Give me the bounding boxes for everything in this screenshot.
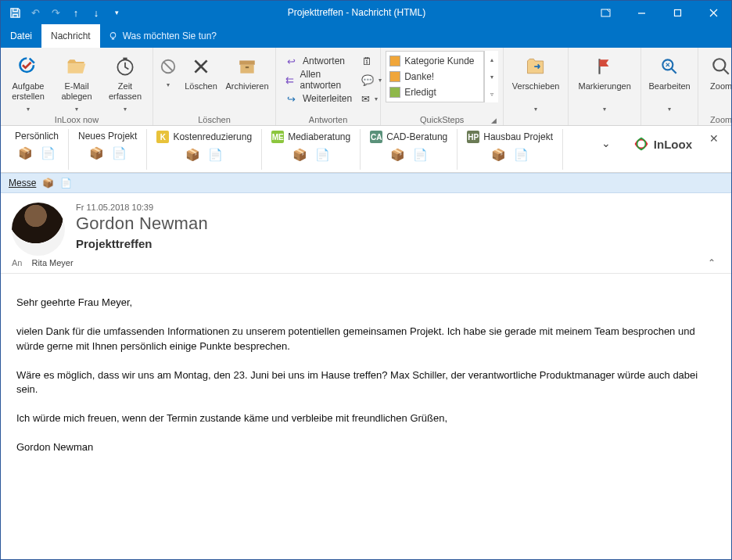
svg-rect-2 — [674, 9, 680, 16]
chevron-down-icon: ▾ — [167, 81, 170, 88]
archive-button[interactable]: Archivieren — [224, 51, 271, 103]
chevron-down-icon: ▾ — [534, 106, 537, 113]
box-icon[interactable]: 📦 — [292, 148, 307, 162]
page-icon[interactable]: 📄 — [208, 148, 223, 162]
project-bar-close[interactable]: ✕ — [702, 129, 727, 148]
project-personal[interactable]: Persönlich 📦📄 — [5, 129, 69, 170]
close-button[interactable] — [695, 1, 731, 24]
minimize-button[interactable] — [623, 1, 659, 24]
edit-icon — [657, 54, 682, 79]
edit-button[interactable]: Bearbeiten ▾ — [646, 51, 693, 113]
box-icon[interactable]: 📦 — [491, 148, 506, 162]
more-respond-button[interactable]: ✉▾ — [358, 90, 375, 107]
box-icon[interactable]: 📦 — [185, 148, 200, 162]
chevron-down-icon: ▾ — [27, 106, 30, 113]
reply-button[interactable]: ↩Antworten — [281, 52, 355, 70]
box-icon[interactable]: 📦 — [89, 146, 104, 160]
group-move: Verschieben ▾ — [504, 48, 569, 125]
category-swatch-icon — [389, 87, 400, 98]
tab-message[interactable]: Nachricht — [41, 24, 100, 48]
page-icon[interactable]: 📄 — [315, 148, 330, 162]
mail-header: Fr 11.05.2018 10:39 Gordon Newman Projek… — [1, 193, 731, 257]
quickstep-item[interactable]: Kategorie Kunde — [388, 53, 482, 69]
forward-button[interactable]: ↪Weiterleiten — [281, 90, 355, 107]
body-paragraph: Ich würde mich freuen, wenn der Termin z… — [16, 411, 716, 426]
page-icon[interactable]: 📄 — [60, 178, 72, 188]
qat-customize-icon[interactable]: ▾ — [107, 3, 126, 22]
mail-from: Gordon Newman — [76, 214, 720, 234]
project-new[interactable]: Neues Projekt 📦📄 — [69, 129, 147, 170]
meeting-reply-button[interactable]: 🗓 — [358, 52, 375, 70]
move-folder-icon — [523, 54, 548, 79]
delete-icon — [188, 54, 214, 79]
tab-file[interactable]: Datei — [1, 24, 41, 48]
quicksteps-gallery[interactable]: Kategorie Kunde Danke! Erledigt — [386, 51, 484, 102]
save-icon[interactable] — [5, 3, 24, 22]
tell-me[interactable]: Was möchten Sie tun? — [100, 31, 224, 41]
chevron-down-icon: ⌄ — [601, 137, 611, 149]
mail-to-row: An Rita Meyer ⌃ — [1, 257, 731, 274]
reply-icon: ↩ — [284, 54, 298, 68]
project-badge: CA — [370, 131, 382, 143]
body-paragraph: Wäre es möglich, dass wir uns am Montag,… — [16, 368, 716, 398]
next-icon[interactable]: ↓ — [87, 3, 106, 22]
chat-icon: 💬 — [361, 73, 374, 87]
project-badge: HP — [467, 131, 479, 143]
project-item[interactable]: MEMediaberatung 📦📄 — [262, 129, 361, 170]
ribbon-display-icon[interactable] — [587, 1, 623, 24]
zoom-button[interactable]: Zoom — [703, 51, 732, 103]
quickstep-item[interactable]: Erledigt — [388, 84, 482, 100]
category-swatch-icon — [389, 71, 400, 82]
tags-button[interactable]: Markierungen ▾ — [573, 51, 636, 113]
undo-icon[interactable]: ↶ — [26, 3, 45, 22]
messe-link[interactable]: Messe — [9, 178, 36, 188]
page-icon[interactable]: 📄 — [112, 146, 127, 160]
group-zoom: Zoom Zoom — [698, 48, 732, 125]
svg-rect-5 — [123, 58, 127, 60]
category-swatch-icon — [389, 56, 400, 66]
svg-rect-7 — [239, 60, 255, 64]
chevron-down-icon: ▾ — [124, 106, 127, 113]
reply-all-button[interactable]: ⇇Allen antworten — [281, 71, 355, 88]
previous-icon[interactable]: ↑ — [66, 3, 85, 22]
project-bar-toggle[interactable]: ⌄ — [589, 129, 623, 157]
move-button[interactable]: Verschieben ▾ — [508, 51, 563, 113]
avatar — [12, 203, 65, 256]
project-badge: K — [156, 131, 169, 143]
task-create-button[interactable]: Aufgabe erstellen ▾ — [5, 51, 51, 113]
clock-icon — [113, 54, 138, 79]
mail-more-icon: ✉ — [361, 92, 370, 106]
inloox-project-bar: Persönlich 📦📄 Neues Projekt 📦📄 KKostenre… — [1, 126, 731, 173]
box-icon[interactable]: 📦 — [42, 178, 54, 188]
page-icon[interactable]: 📄 — [41, 146, 56, 160]
messe-bar: Messe 📦 📄 — [1, 173, 731, 193]
delete-button[interactable]: Löschen — [181, 51, 221, 103]
zoom-icon — [709, 54, 732, 79]
titlebar: ↶ ↷ ↑ ↓ ▾ Projekttreffen - Nachricht (HT… — [1, 1, 731, 24]
to-recipient: Rita Meyer — [31, 258, 73, 267]
project-item[interactable]: KKostenreduzierung 📦📄 — [147, 129, 262, 170]
time-track-button[interactable]: Zeit erfassen ▾ — [102, 51, 148, 113]
folder-open-icon — [64, 54, 89, 79]
page-icon[interactable]: 📄 — [413, 148, 428, 162]
project-badge: ME — [271, 131, 284, 143]
body-paragraph: Sehr geehrte Frau Meyer, — [16, 296, 716, 311]
box-icon[interactable]: 📦 — [390, 148, 405, 162]
flag-icon — [592, 54, 617, 79]
junk-button[interactable]: ▾ — [158, 51, 178, 88]
page-icon[interactable]: 📄 — [514, 148, 529, 162]
quicksteps-expand[interactable]: ▴▾▿ — [484, 51, 498, 102]
redo-icon[interactable]: ↷ — [46, 3, 65, 22]
collapse-header-button[interactable]: ⌃ — [708, 257, 720, 268]
svg-rect-8 — [240, 65, 253, 74]
email-file-button[interactable]: E-Mail ablegen ▾ — [54, 51, 99, 113]
project-item[interactable]: CACAD-Beratung 📦📄 — [361, 129, 458, 170]
dialog-launcher-icon[interactable]: ◢ — [491, 117, 497, 124]
im-reply-button[interactable]: 💬▾ — [358, 71, 375, 88]
window-controls — [587, 1, 731, 24]
archive-icon — [235, 54, 260, 79]
box-icon[interactable]: 📦 — [18, 146, 33, 160]
project-item[interactable]: HPHausbau Projekt 📦📄 — [458, 129, 563, 170]
maximize-button[interactable] — [659, 1, 695, 24]
quickstep-item[interactable]: Danke! — [388, 69, 482, 84]
